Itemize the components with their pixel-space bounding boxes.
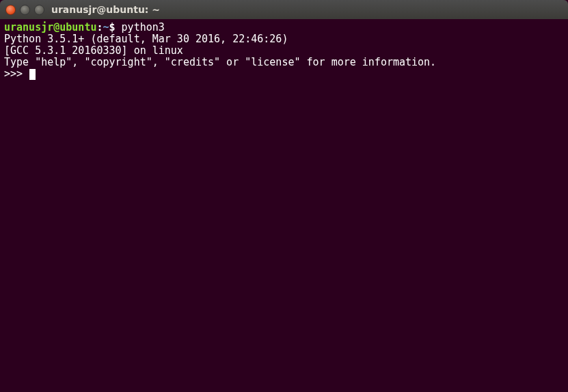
window-titlebar: uranusjr@ubuntu: ~: [0, 0, 568, 19]
output-line: Python 3.5.1+ (default, Mar 30 2016, 22:…: [4, 33, 564, 45]
output-line: [GCC 5.3.1 20160330] on linux: [4, 45, 564, 57]
terminal-content[interactable]: uranusjr@ubuntu:~$ python3Python 3.5.1+ …: [0, 19, 568, 83]
repl-prompt-line: >>>: [4, 68, 564, 80]
window-title: uranusjr@ubuntu: ~: [51, 4, 160, 15]
prompt-user-host: uranusjr@ubuntu: [4, 21, 96, 33]
prompt-line: uranusjr@ubuntu:~$ python3: [4, 22, 564, 33]
prompt-separator: :: [96, 21, 103, 33]
maximize-icon[interactable]: [34, 5, 44, 15]
prompt-symbol: $: [109, 21, 116, 33]
output-line: Type "help", "copyright", "credits" or "…: [4, 57, 564, 68]
close-icon[interactable]: [5, 5, 16, 15]
command-text: python3: [122, 21, 165, 33]
window-controls: [5, 5, 44, 15]
cursor-icon: [29, 69, 36, 80]
prompt-path: ~: [103, 21, 109, 33]
repl-prompt: >>>: [4, 68, 29, 80]
minimize-icon[interactable]: [20, 5, 30, 15]
